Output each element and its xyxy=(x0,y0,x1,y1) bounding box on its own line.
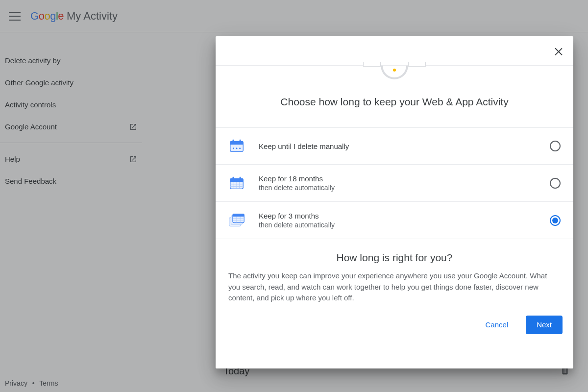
option-keep-until-manual[interactable]: Keep until I delete manually xyxy=(216,128,573,165)
radio-button[interactable] xyxy=(550,141,561,151)
option-keep-18-months[interactable]: Keep for 18 months then delete automatic… xyxy=(216,165,573,202)
retention-options: Keep until I delete manually xyxy=(216,128,573,239)
radio-button[interactable] xyxy=(550,178,561,189)
svg-rect-3 xyxy=(240,140,241,143)
svg-rect-9 xyxy=(233,176,234,179)
calendar-dots-icon xyxy=(228,138,252,154)
option-title: Keep until I delete manually xyxy=(259,142,550,150)
svg-rect-19 xyxy=(233,214,244,216)
calendar-grid-icon xyxy=(228,175,252,192)
option-subtitle: then delete automatically xyxy=(259,184,550,192)
option-keep-3-months[interactable]: Keep for 3 months then delete automatica… xyxy=(216,202,573,239)
calendar-stack-icon xyxy=(228,212,252,229)
svg-rect-2 xyxy=(233,140,234,143)
info-section: How long is right for you? The activity … xyxy=(216,239,573,308)
dialog-title: Choose how long to keep your Web & App A… xyxy=(216,82,573,128)
radio-button[interactable] xyxy=(550,215,561,226)
option-title: Keep for 18 months xyxy=(259,174,550,183)
dialog-illustration xyxy=(216,66,573,82)
retention-dialog: Choose how long to keep your Web & App A… xyxy=(216,36,573,368)
info-body: The activity you keep can improve your e… xyxy=(228,270,561,304)
dialog-header xyxy=(216,36,573,66)
svg-rect-8 xyxy=(230,178,243,182)
svg-point-6 xyxy=(239,147,241,149)
close-icon xyxy=(553,45,564,57)
option-subtitle: then delete automatically xyxy=(259,221,550,229)
info-title: How long is right for you? xyxy=(228,252,561,264)
dialog-actions: Cancel Next xyxy=(216,308,573,345)
svg-rect-1 xyxy=(230,142,243,145)
svg-point-4 xyxy=(233,147,234,149)
cancel-button[interactable]: Cancel xyxy=(474,316,519,334)
option-title: Keep for 3 months xyxy=(259,212,550,220)
svg-rect-10 xyxy=(240,176,241,179)
next-button[interactable]: Next xyxy=(526,316,563,334)
close-button[interactable] xyxy=(551,43,566,59)
svg-point-5 xyxy=(236,147,237,149)
